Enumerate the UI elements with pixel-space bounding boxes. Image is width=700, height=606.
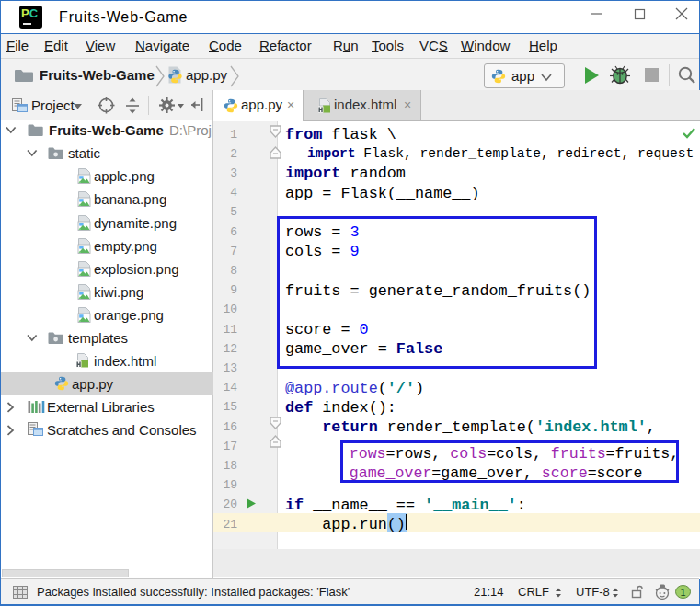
svg-text:1: 1 [680, 587, 685, 598]
